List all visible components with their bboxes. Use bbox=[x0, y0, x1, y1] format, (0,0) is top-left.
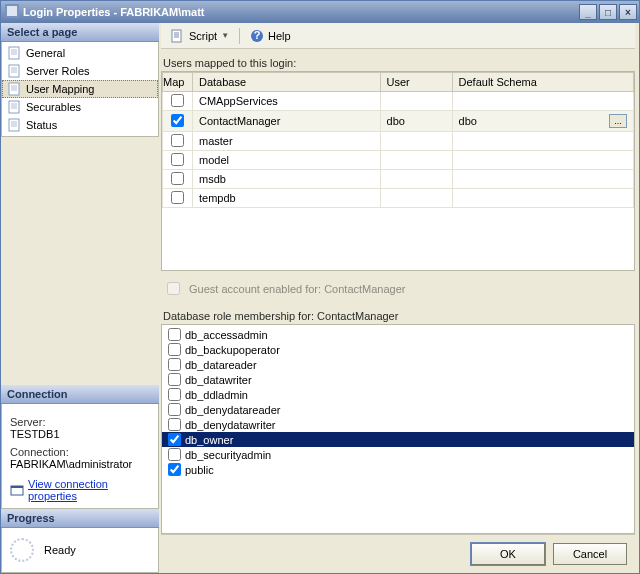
close-button[interactable]: × bbox=[619, 4, 637, 20]
select-page-header: Select a page bbox=[1, 23, 159, 42]
col-user[interactable]: User bbox=[380, 73, 452, 92]
table-row[interactable]: msdb bbox=[163, 170, 634, 189]
col-map[interactable]: Map bbox=[163, 73, 193, 92]
script-button[interactable]: Script ▼ bbox=[167, 27, 233, 45]
map-checkbox[interactable] bbox=[171, 114, 184, 127]
db-cell: ContactManager bbox=[193, 111, 381, 132]
map-checkbox[interactable] bbox=[171, 172, 184, 185]
table-row[interactable]: tempdb bbox=[163, 189, 634, 208]
dialog-buttons: OK Cancel bbox=[161, 534, 635, 573]
connection-header: Connection bbox=[1, 385, 159, 404]
user-cell bbox=[380, 189, 452, 208]
role-label: db_backupoperator bbox=[185, 344, 280, 356]
sidebar-item-server-roles[interactable]: Server Roles bbox=[2, 62, 158, 80]
role-label: db_accessadmin bbox=[185, 329, 268, 341]
col-schema[interactable]: Default Schema bbox=[452, 73, 633, 92]
sidebar-item-label: Server Roles bbox=[26, 65, 90, 77]
progress-header: Progress bbox=[1, 509, 159, 528]
roles-label: Database role membership for: ContactMan… bbox=[163, 310, 633, 322]
role-item[interactable]: db_ddladmin bbox=[162, 387, 634, 402]
db-cell: master bbox=[193, 132, 381, 151]
maximize-button[interactable]: □ bbox=[599, 4, 617, 20]
user-cell bbox=[380, 151, 452, 170]
sidebar-item-label: General bbox=[26, 47, 65, 59]
role-label: db_denydatareader bbox=[185, 404, 280, 416]
role-checkbox[interactable] bbox=[168, 463, 181, 476]
progress-status: Ready bbox=[44, 544, 76, 556]
help-button[interactable]: ? Help bbox=[246, 27, 295, 45]
role-checkbox[interactable] bbox=[168, 418, 181, 431]
role-checkbox[interactable] bbox=[168, 448, 181, 461]
role-item[interactable]: db_denydatareader bbox=[162, 402, 634, 417]
guest-account-row: Guest account enabled for: ContactManage… bbox=[163, 279, 633, 298]
table-row[interactable]: model bbox=[163, 151, 634, 170]
page-icon bbox=[8, 100, 22, 114]
user-mapping-grid[interactable]: MapDatabaseUserDefault SchemaCMAppServic… bbox=[161, 71, 635, 271]
role-checkbox[interactable] bbox=[168, 388, 181, 401]
role-item[interactable]: db_backupoperator bbox=[162, 342, 634, 357]
svg-rect-9 bbox=[172, 30, 181, 42]
role-checkbox[interactable] bbox=[168, 343, 181, 356]
page-icon bbox=[8, 46, 22, 60]
content-toolbar: Script ▼ ? Help bbox=[161, 23, 635, 49]
sidebar-item-securables[interactable]: Securables bbox=[2, 98, 158, 116]
toolbar-separator bbox=[239, 28, 240, 44]
role-label: db_denydatawriter bbox=[185, 419, 276, 431]
role-checkbox[interactable] bbox=[168, 328, 181, 341]
page-nav: GeneralServer RolesUser MappingSecurable… bbox=[1, 42, 159, 137]
roles-list[interactable]: db_accessadmindb_backupoperatordb_datare… bbox=[161, 324, 635, 534]
role-item[interactable]: db_owner bbox=[162, 432, 634, 447]
db-cell: model bbox=[193, 151, 381, 170]
map-checkbox[interactable] bbox=[171, 191, 184, 204]
guest-account-label: Guest account enabled for: ContactManage… bbox=[189, 283, 405, 295]
svg-rect-5 bbox=[9, 101, 19, 113]
sidebar-item-general[interactable]: General bbox=[2, 44, 158, 62]
role-item[interactable]: db_securityadmin bbox=[162, 447, 634, 462]
script-icon bbox=[171, 29, 185, 43]
svg-rect-2 bbox=[9, 47, 19, 59]
role-label: db_owner bbox=[185, 434, 233, 446]
sidebar-item-user-mapping[interactable]: User Mapping bbox=[2, 80, 158, 98]
users-mapped-label: Users mapped to this login: bbox=[163, 57, 633, 69]
table-row[interactable]: CMAppServices bbox=[163, 92, 634, 111]
role-label: db_securityadmin bbox=[185, 449, 271, 461]
map-checkbox[interactable] bbox=[171, 134, 184, 147]
map-checkbox[interactable] bbox=[171, 94, 184, 107]
window-title: Login Properties - FABRIKAM\matt bbox=[23, 6, 205, 18]
script-label: Script bbox=[189, 30, 217, 42]
sidebar-item-status[interactable]: Status bbox=[2, 116, 158, 134]
role-item[interactable]: db_accessadmin bbox=[162, 327, 634, 342]
user-cell: dbo bbox=[380, 111, 452, 132]
role-item[interactable]: public bbox=[162, 462, 634, 477]
table-row[interactable]: master bbox=[163, 132, 634, 151]
role-checkbox[interactable] bbox=[168, 358, 181, 371]
user-cell bbox=[380, 132, 452, 151]
cancel-button[interactable]: Cancel bbox=[553, 543, 627, 565]
role-item[interactable]: db_datawriter bbox=[162, 372, 634, 387]
role-label: db_datareader bbox=[185, 359, 257, 371]
minimize-button[interactable]: _ bbox=[579, 4, 597, 20]
view-connection-properties-link[interactable]: View connection properties bbox=[10, 478, 150, 502]
chevron-down-icon: ▼ bbox=[221, 31, 229, 40]
progress-spinner-icon bbox=[10, 538, 34, 562]
map-checkbox[interactable] bbox=[171, 153, 184, 166]
user-cell bbox=[380, 170, 452, 189]
role-checkbox[interactable] bbox=[168, 403, 181, 416]
titlebar: Login Properties - FABRIKAM\matt _ □ × bbox=[1, 1, 639, 23]
connection-value: FABRIKAM\administrator bbox=[10, 458, 150, 470]
schema-browse-button[interactable]: ... bbox=[609, 114, 627, 128]
svg-rect-8 bbox=[11, 486, 23, 488]
user-cell bbox=[380, 92, 452, 111]
role-item[interactable]: db_denydatawriter bbox=[162, 417, 634, 432]
role-checkbox[interactable] bbox=[168, 373, 181, 386]
help-icon: ? bbox=[250, 29, 264, 43]
ok-button[interactable]: OK bbox=[471, 543, 545, 565]
role-item[interactable]: db_datareader bbox=[162, 357, 634, 372]
help-label: Help bbox=[268, 30, 291, 42]
schema-cell: dbo bbox=[459, 115, 477, 127]
svg-text:?: ? bbox=[254, 29, 261, 41]
role-checkbox[interactable] bbox=[168, 433, 181, 446]
col-database[interactable]: Database bbox=[193, 73, 381, 92]
page-icon bbox=[8, 64, 22, 78]
table-row[interactable]: ContactManagerdbodbo... bbox=[163, 111, 634, 132]
